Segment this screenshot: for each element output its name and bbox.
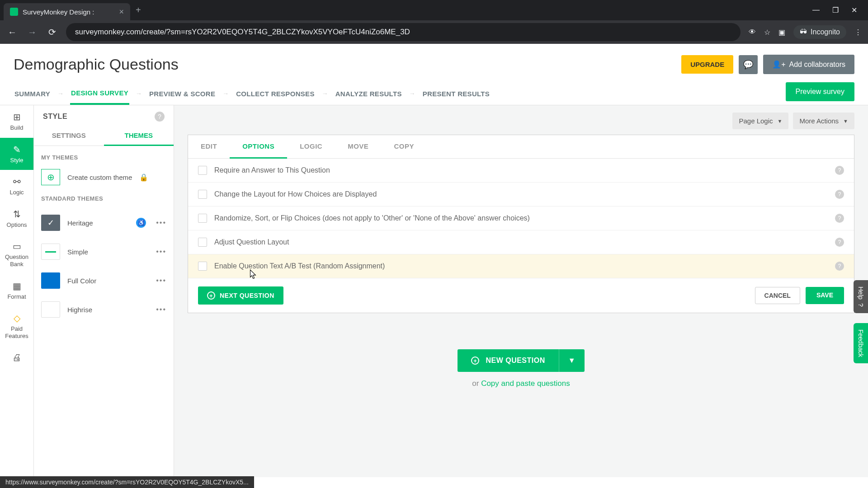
lock-icon: 🔒: [139, 173, 148, 182]
close-icon[interactable]: ×: [119, 7, 124, 17]
tab-title: SurveyMonkey Design :: [23, 8, 113, 16]
incognito-badge[interactable]: 🕶 Incognito: [793, 25, 846, 39]
nav-collect-responses[interactable]: COLLECT RESPONSES: [235, 84, 315, 104]
q-tab-edit[interactable]: EDIT: [188, 135, 230, 158]
option-change-layout[interactable]: Change the Layout for How Choices are Di…: [188, 183, 854, 206]
status-bar: https://www.surveymonkey.com/create/?sm=…: [0, 476, 254, 488]
nav-present-results[interactable]: PRESENT RESULTS: [422, 84, 491, 104]
nav-summary[interactable]: SUMMARY: [14, 84, 51, 104]
help-icon[interactable]: ?: [835, 262, 844, 271]
back-icon[interactable]: ←: [6, 26, 18, 38]
url-text: surveymonkey.com/create/?sm=rsYO2R2V0EQO…: [75, 28, 731, 37]
more-icon[interactable]: •••: [156, 277, 166, 285]
theme-simple[interactable]: Simple •••: [41, 237, 166, 266]
help-side-tab[interactable]: Help?: [854, 280, 868, 313]
more-actions-dropdown[interactable]: More Actions▼: [793, 113, 854, 129]
print-icon: 🖨: [12, 352, 21, 363]
standard-themes-label: STANDARD THEMES: [41, 195, 166, 202]
copy-paste-link[interactable]: Copy and paste questions: [481, 379, 570, 388]
chevron-right-icon: →: [409, 90, 415, 97]
cancel-button[interactable]: CANCEL: [755, 287, 800, 304]
rail-format[interactable]: ▦Format: [0, 274, 33, 307]
plus-circle-icon: +: [471, 357, 479, 365]
feedback-side-tab[interactable]: Feedback: [854, 323, 868, 363]
more-icon[interactable]: •••: [156, 305, 166, 314]
checkbox[interactable]: [198, 166, 207, 175]
checkbox[interactable]: [198, 238, 207, 247]
address-bar[interactable]: surveymonkey.com/create/?sm=rsYO2R2V0EQO…: [66, 23, 741, 41]
plus-box-icon: ⊕: [41, 169, 60, 185]
browser-tab[interactable]: SurveyMonkey Design : ×: [4, 3, 130, 20]
rail-print[interactable]: 🖨: [0, 346, 33, 369]
rail-options[interactable]: ⇅Options: [0, 202, 33, 235]
nav-preview-score[interactable]: PREVIEW & SCORE: [148, 84, 216, 104]
minimize-icon[interactable]: ―: [812, 6, 820, 14]
rail-question-bank[interactable]: ▭Question Bank: [0, 235, 33, 274]
chevron-right-icon: →: [136, 90, 142, 97]
q-tab-options[interactable]: OPTIONS: [230, 135, 287, 159]
star-icon[interactable]: ☆: [764, 28, 770, 37]
bank-icon: ▭: [13, 241, 21, 252]
rail-logic[interactable]: ⚯Logic: [0, 170, 33, 202]
rail-build[interactable]: ⊞Build: [0, 105, 33, 138]
option-require-answer[interactable]: Require an Answer to This Question ?: [188, 159, 854, 183]
theme-swatch: ✓: [41, 215, 60, 231]
chevron-right-icon: →: [57, 90, 64, 97]
theme-highrise[interactable]: Highrise •••: [41, 295, 166, 324]
next-question-button[interactable]: + NEXT QUESTION: [198, 286, 283, 305]
rail-paid-features[interactable]: ◇Paid Features: [0, 306, 33, 346]
checkbox[interactable]: [198, 190, 207, 199]
rail-style[interactable]: ✎Style: [0, 138, 33, 170]
q-tab-copy[interactable]: COPY: [381, 135, 427, 158]
preview-survey-button[interactable]: Preview survey: [786, 82, 854, 101]
close-window-icon[interactable]: ✕: [851, 6, 857, 14]
incognito-label: Incognito: [811, 28, 840, 36]
panel-tab-settings[interactable]: SETTINGS: [34, 126, 104, 145]
help-icon[interactable]: ?: [835, 214, 844, 223]
nav-analyze-results[interactable]: ANALYZE RESULTS: [335, 84, 403, 104]
theme-swatch: [41, 244, 60, 260]
theme-heritage[interactable]: ✓ Heritage ♿ •••: [41, 208, 166, 237]
help-icon[interactable]: ?: [155, 112, 165, 122]
page-logic-dropdown[interactable]: Page Logic▼: [732, 113, 788, 129]
create-custom-theme[interactable]: ⊕ Create custom theme 🔒: [41, 167, 166, 195]
forward-icon[interactable]: →: [26, 26, 38, 38]
help-icon[interactable]: ?: [835, 166, 844, 175]
create-theme-label: Create custom theme: [67, 174, 132, 181]
chevron-down-icon: ▼: [568, 357, 576, 365]
q-tab-logic[interactable]: LOGIC: [287, 135, 335, 158]
theme-swatch: [41, 272, 60, 289]
new-question-dropdown[interactable]: ▼: [559, 349, 585, 372]
eye-off-icon[interactable]: 👁: [749, 28, 756, 36]
copy-paste-prompt: or Copy and paste questions: [472, 379, 570, 388]
q-tab-move[interactable]: MOVE: [335, 135, 381, 158]
option-adjust-layout[interactable]: Adjust Question Layout ?: [188, 230, 854, 254]
checkbox[interactable]: [198, 214, 207, 223]
panel-icon[interactable]: ▣: [778, 28, 785, 37]
accessibility-icon[interactable]: ♿: [136, 218, 146, 228]
reload-icon[interactable]: ⟳: [46, 26, 58, 38]
more-icon[interactable]: •••: [156, 219, 166, 227]
maximize-icon[interactable]: ❐: [832, 6, 839, 14]
save-button[interactable]: SAVE: [806, 287, 844, 304]
option-randomize[interactable]: Randomize, Sort, or Flip Choices (does n…: [188, 206, 854, 230]
help-icon[interactable]: ?: [835, 190, 844, 199]
option-ab-test[interactable]: Enable Question Text A/B Test (Random As…: [188, 254, 854, 278]
upgrade-button[interactable]: UPGRADE: [681, 55, 733, 74]
plus-circle-icon: +: [207, 291, 215, 300]
new-tab-button[interactable]: +: [136, 5, 141, 15]
more-icon[interactable]: •••: [156, 248, 166, 256]
format-icon: ▦: [13, 281, 21, 291]
add-collaborators-button[interactable]: 👤+ Add collaborators: [763, 55, 854, 74]
checkbox[interactable]: [198, 262, 207, 271]
theme-full-color[interactable]: Full Color •••: [41, 266, 166, 295]
chevron-down-icon: ▼: [843, 118, 848, 124]
nav-design-survey[interactable]: DESIGN SURVEY: [70, 83, 129, 105]
chevron-down-icon: ▼: [778, 118, 783, 124]
logic-icon: ⚯: [13, 176, 21, 187]
kebab-icon[interactable]: ⋮: [854, 28, 862, 37]
chat-button[interactable]: 💬: [739, 55, 758, 74]
panel-tab-themes[interactable]: THEMES: [104, 126, 174, 146]
new-question-button[interactable]: + NEW QUESTION ▼: [458, 349, 584, 372]
help-icon[interactable]: ?: [835, 238, 844, 247]
